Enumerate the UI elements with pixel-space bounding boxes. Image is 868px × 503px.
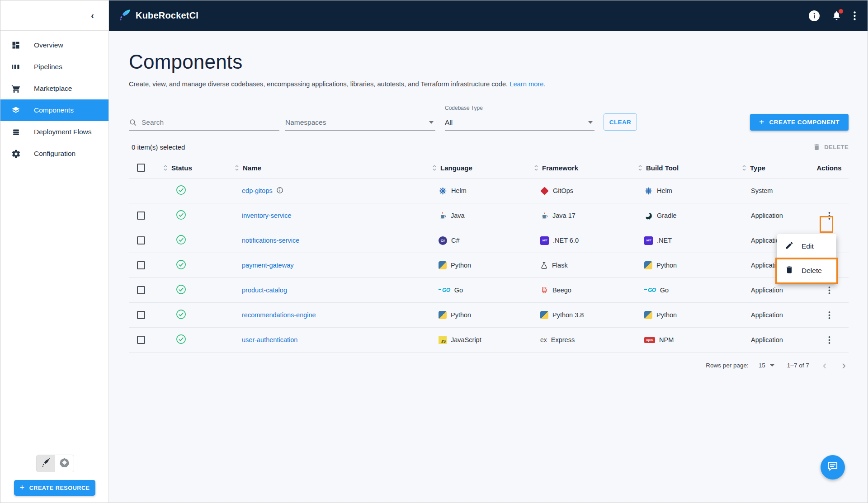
context-menu-delete[interactable]: Delete [777,259,836,283]
framework-label: GitOps [553,187,573,194]
row-actions-kebab-icon[interactable] [826,285,833,296]
type-label: Application [751,311,783,319]
sort-icon [534,165,538,171]
main-content: Components Create, view, and manage dive… [109,31,868,503]
python-icon [644,311,652,319]
header-kebab-menu-icon[interactable] [854,11,856,20]
sort-icon [235,165,239,171]
row-checkbox[interactable] [137,311,145,319]
javascript-icon: JS [439,336,447,344]
row-checkbox[interactable] [137,336,145,344]
rocket-view-toggle[interactable] [37,455,55,472]
component-name-link[interactable]: notifications-service [242,237,299,244]
layers-icon [10,105,21,116]
row-actions-kebab-icon[interactable] [826,210,833,221]
language-label: Java [451,212,465,219]
go-icon: GO [644,287,656,293]
rows-per-page-select[interactable]: 15 [759,362,774,369]
bulk-delete-button[interactable]: DELETE [813,143,849,151]
component-name-link[interactable]: product-catalog [242,287,287,294]
component-name-link[interactable]: recommendations-engine [242,311,316,319]
sidebar-item-configuration[interactable]: Configuration [0,143,108,165]
column-header-type[interactable]: Type [742,164,810,172]
language-label: Python [451,311,471,319]
notifications-bell-icon[interactable] [831,10,842,21]
dotnet-icon: .NET [644,236,653,245]
component-name-link[interactable]: user-authentication [242,336,297,343]
build-tool-label: Gradle [657,212,677,219]
create-resource-button[interactable]: + CREATE RESOURCE [14,480,95,496]
codebase-type-select[interactable]: All [445,114,594,131]
language-label: JavaScript [451,336,481,343]
table-row: notifications-service C# C# .NET .NET 6.… [129,228,849,253]
column-header-status[interactable]: Status [163,164,235,172]
row-checkbox[interactable] [137,212,145,220]
sidebar-nav: Overview Pipelines Marketplace Component… [0,31,108,165]
dashboard-icon [10,40,21,51]
column-header-build-tool[interactable]: Build Tool [638,164,742,172]
row-checkbox[interactable] [137,236,145,244]
component-name-link[interactable]: edp-gitops [242,187,273,194]
info-icon[interactable] [809,10,820,21]
type-label: System [751,187,773,194]
row-actions-kebab-icon[interactable] [826,334,833,346]
pagination-range: 1–7 of 7 [787,362,809,369]
create-component-button[interactable]: + CREATE COMPONENT [750,114,849,131]
row-actions-kebab-icon[interactable] [826,310,833,321]
context-menu-edit[interactable]: Edit [777,234,836,259]
sidebar-item-label: Marketplace [34,85,72,93]
language-label: Helm [451,187,467,194]
sidebar-item-label: Deployment Flows [34,128,92,136]
rows-per-page-value: 15 [759,362,765,369]
table-row: recommendations-engine Python Python 3.8… [129,303,849,328]
sidebar-item-marketplace[interactable]: Marketplace [0,78,108,99]
plus-icon: + [759,117,764,127]
kubernetes-view-toggle[interactable] [55,455,74,472]
type-label: Application [751,336,783,343]
sidebar-item-pipelines[interactable]: Pipelines [0,56,108,78]
column-label: Build Tool [646,164,679,172]
search-input[interactable] [142,118,279,127]
namespaces-select[interactable]: Namespaces [285,114,435,131]
column-label: Name [243,164,261,172]
column-header-actions: Actions [810,164,849,172]
build-tool-label: Python [656,262,677,269]
clear-button[interactable]: CLEAR [604,113,637,131]
chevron-down-icon [429,121,434,124]
learn-more-link[interactable]: Learn more. [509,80,545,88]
row-checkbox[interactable] [137,261,145,269]
column-header-framework[interactable]: Framework [534,164,638,172]
language-label: C# [451,237,460,244]
chat-fab-button[interactable] [821,455,845,479]
context-menu-edit-label: Edit [802,242,814,250]
helm-icon [439,187,447,195]
pencil-icon [785,241,794,252]
beego-icon [540,286,548,294]
status-ok-icon [176,185,186,197]
express-icon: ex [540,336,547,343]
csharp-icon: C# [439,236,447,245]
row-checkbox[interactable] [137,286,145,294]
search-field [129,114,279,131]
dotnet-icon: .NET [540,236,549,245]
sidebar-collapse-icon[interactable]: ‹ [91,11,94,20]
component-name-link[interactable]: payment-gateway [242,262,293,269]
framework-label: .NET 6.0 [553,237,579,244]
select-all-checkbox[interactable] [137,164,145,172]
create-component-label: CREATE COMPONENT [769,119,840,126]
status-ok-icon [176,210,186,221]
sidebar-header: ‹ [0,0,108,31]
sidebar-item-components[interactable]: Components [0,99,108,121]
column-header-language[interactable]: Language [432,164,534,172]
info-icon[interactable] [276,187,283,195]
sidebar-item-label: Overview [34,41,63,49]
column-header-name[interactable]: Name [235,164,432,172]
bulk-delete-label: DELETE [824,144,849,150]
page-description: Create, view, and manage diverse codebas… [129,80,849,88]
sort-icon [432,165,437,171]
brand: KubeRocketCI [119,9,198,23]
sidebar-item-deployment-flows[interactable]: Deployment Flows [0,121,108,143]
sidebar-item-overview[interactable]: Overview [0,34,108,56]
go-icon: GO [439,287,450,293]
component-name-link[interactable]: inventory-service [242,212,292,219]
